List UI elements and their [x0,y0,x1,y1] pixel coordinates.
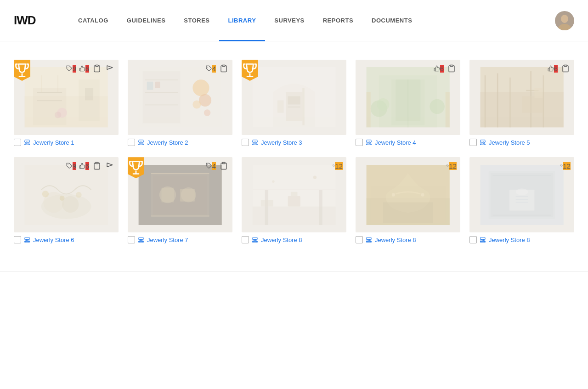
card-title[interactable]: Jewerly Store 4 [375,139,416,146]
nav-surveys[interactable]: SURVEYS [265,0,313,41]
clipboard-icon[interactable] [560,63,571,73]
card-checkbox[interactable] [356,139,363,146]
svg-rect-35 [288,96,300,105]
clipboard-icon[interactable] [219,161,229,171]
card-title[interactable]: Jewerly Store 1 [33,139,74,146]
card-action-icons: 4 [206,161,229,171]
card-image-store3 [242,60,346,135]
svg-rect-91 [140,240,142,241]
svg-rect-122 [515,199,528,200]
card-checkbox[interactable] [242,236,249,243]
tag-icon[interactable]: 9 [66,63,76,73]
card-title[interactable]: Jewerly Store 2 [147,139,188,146]
svg-rect-5 [33,88,66,126]
icon-count-badge: 9 [73,162,76,170]
card-store7[interactable]: 4 Jewerly Store 7 [128,157,232,243]
card-checkbox[interactable] [14,236,21,243]
tag-icon[interactable]: 12 [560,161,571,171]
svg-rect-64 [564,65,567,67]
thumbsup-icon[interactable]: 6 [548,63,558,73]
svg-point-25 [192,80,209,96]
card-store1[interactable]: 9 6 Jewerly Store 1 [14,60,119,146]
card-checkbox[interactable] [356,236,363,243]
card-action-icons: 6 [548,63,571,73]
store-icon [480,237,486,243]
card-image-store1: 9 6 [14,60,119,135]
nav-reports[interactable]: REPORTS [314,0,362,41]
thumbsup-icon[interactable]: 6 [434,63,444,73]
card-checkbox[interactable] [128,139,135,146]
store-icon [480,139,486,146]
svg-point-74 [76,192,82,197]
nav-stores[interactable]: STORES [175,0,219,41]
clipboard-icon[interactable] [447,63,457,73]
svg-point-28 [204,110,210,116]
card-store2[interactable]: 4 Jewerly Store 2 [128,60,232,146]
card-checkbox[interactable] [14,139,21,146]
svg-rect-98 [288,196,300,206]
clipboard-icon[interactable] [92,161,102,171]
svg-point-120 [515,188,528,195]
card-footer: Jewerly Store 8 [356,236,460,243]
clipboard-icon[interactable] [92,63,102,73]
svg-rect-87 [180,189,195,201]
thumbsup-icon[interactable]: 6 [79,161,89,171]
card-image-store8b: 12 [356,157,460,232]
card-store8a[interactable]: 12 Jewerly Store 8 [242,157,346,243]
svg-rect-66 [482,143,484,144]
card-footer: Jewerly Store 2 [128,139,232,146]
card-checkbox[interactable] [242,139,249,146]
store-icon [138,139,144,146]
logo-text: IWD [14,13,36,28]
card-title[interactable]: Jewerly Store 3 [261,139,302,146]
svg-rect-83 [151,215,209,216]
card-footer: Jewerly Store 1 [14,139,119,146]
tag-icon[interactable]: 12 [447,161,457,171]
store-icon [252,139,258,146]
nav-guidelines[interactable]: GUIDELINES [118,0,175,41]
card-checkbox[interactable] [469,139,477,146]
tag-icon[interactable]: 4 [206,63,216,73]
nav-library[interactable]: LIBRARY [219,0,266,41]
tag-icon[interactable]: 9 [66,161,76,171]
nav-documents[interactable]: DOCUMENTS [362,0,421,41]
svg-rect-17 [26,143,28,144]
clipboard-icon[interactable] [219,63,229,73]
card-title[interactable]: Jewerly Store 8 [489,237,530,243]
user-avatar[interactable] [555,11,574,30]
card-checkbox[interactable] [128,236,135,243]
logo[interactable]: IWD [14,13,51,28]
card-title[interactable]: Jewerly Store 8 [375,237,416,243]
svg-point-47 [377,98,389,111]
tag-icon[interactable]: 4 [206,161,216,171]
thumbsup-icon[interactable]: 6 [79,63,89,73]
svg-point-48 [430,99,445,114]
tag-icon[interactable]: 12 [333,161,343,171]
flag-icon[interactable] [105,63,115,73]
card-store4[interactable]: 6 Jewerly Store 4 [356,60,460,146]
card-grid: 9 6 Jewerly Store 1 4 Jew [14,60,574,243]
flag-icon[interactable] [105,161,115,171]
svg-rect-76 [96,163,98,164]
svg-rect-19 [142,71,180,123]
card-title[interactable]: Jewerly Store 6 [33,237,74,243]
svg-rect-110 [383,202,433,223]
card-store3[interactable]: Jewerly Store 3 [242,60,346,146]
card-store8b[interactable]: 12 Jewerly Store 8 [356,157,460,243]
svg-rect-61 [522,96,543,113]
nav-catalog[interactable]: CATALOG [69,0,118,41]
card-title[interactable]: Jewerly Store 8 [261,237,302,243]
card-store8c[interactable]: 12 Jewerly Store 8 [469,157,574,243]
card-store6[interactable]: 9 6 Jewerly Store 6 [14,157,119,243]
card-checkbox[interactable] [469,236,477,243]
card-title[interactable]: Jewerly Store 7 [147,237,188,243]
icon-count-badge: 4 [212,65,216,73]
card-action-icons: 6 [434,63,457,73]
svg-rect-78 [26,240,28,241]
svg-rect-118 [493,214,551,215]
svg-rect-99 [291,192,297,196]
card-store5[interactable]: 6 Jewerly Store 5 [469,60,574,146]
card-footer: Jewerly Store 8 [469,236,574,243]
card-title[interactable]: Jewerly Store 5 [489,139,530,146]
svg-point-108 [392,193,395,196]
